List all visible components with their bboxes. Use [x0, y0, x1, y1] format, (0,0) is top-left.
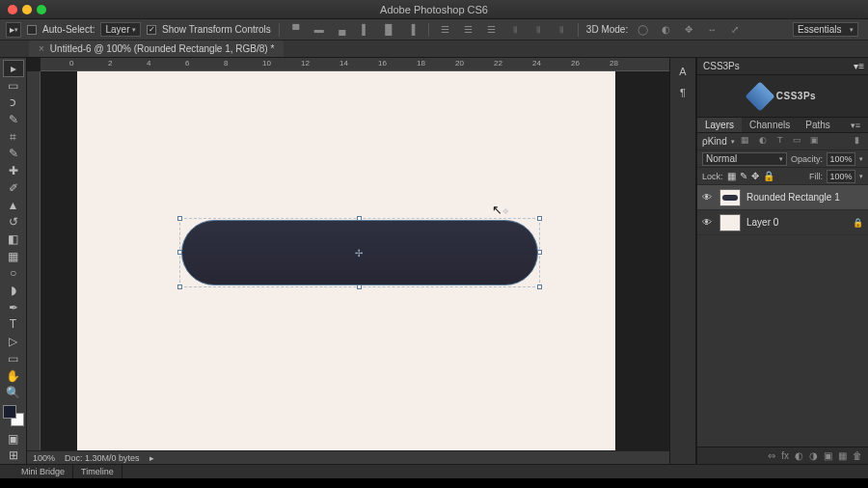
- filter-pixel-icon[interactable]: ▦: [739, 135, 752, 149]
- align-left-icon[interactable]: ▌: [357, 22, 374, 38]
- brush-tool[interactable]: ✐: [3, 179, 24, 197]
- document-tab[interactable]: × Untitled-6 @ 100% (Rounded Rectangle 1…: [29, 41, 284, 57]
- adjustment-icon[interactable]: ◑: [809, 450, 818, 461]
- filter-adjust-icon[interactable]: ◐: [756, 135, 770, 149]
- marquee-tool[interactable]: ▭: [3, 77, 24, 95]
- quick-select-tool[interactable]: ✎: [3, 111, 24, 128]
- group-icon[interactable]: ▣: [824, 450, 832, 461]
- pen-tool[interactable]: ✒: [3, 299, 24, 316]
- lock-transparency-icon[interactable]: ▦: [727, 171, 736, 181]
- transform-handle[interactable]: [177, 216, 182, 221]
- auto-select-dropdown[interactable]: Layer ▾: [100, 22, 141, 37]
- foreground-color-swatch[interactable]: [3, 405, 16, 419]
- mask-icon[interactable]: ◐: [795, 450, 803, 461]
- history-brush-tool[interactable]: ↺: [3, 213, 24, 230]
- hand-tool[interactable]: ✋: [3, 367, 24, 385]
- distribute-bottom-icon[interactable]: ☰: [483, 22, 501, 38]
- tab-paths[interactable]: Paths: [798, 118, 838, 132]
- lasso-tool[interactable]: ɔ: [3, 94, 24, 111]
- layer-thumbnail[interactable]: [719, 189, 741, 206]
- transform-handle[interactable]: [357, 216, 362, 221]
- panel-menu-icon[interactable]: ▾≡: [854, 61, 864, 71]
- mode-3d-roll-icon[interactable]: ◐: [657, 22, 674, 38]
- dodge-tool[interactable]: ◗: [3, 282, 24, 299]
- visibility-icon[interactable]: 👁: [702, 192, 714, 203]
- mode-3d-scale-icon[interactable]: ⤢: [726, 22, 744, 38]
- mode-3d-rotate-icon[interactable]: ◯: [634, 22, 651, 38]
- eyedropper-tool[interactable]: ✎: [3, 146, 24, 163]
- paragraph-panel-icon[interactable]: ¶: [674, 87, 692, 100]
- delete-layer-icon[interactable]: 🗑: [853, 450, 862, 461]
- tab-mini-bridge[interactable]: Mini Bridge: [14, 465, 73, 478]
- panel-menu-icon[interactable]: ▾≡: [851, 121, 860, 130]
- mode-3d-pan-icon[interactable]: ✥: [680, 22, 697, 38]
- tab-timeline[interactable]: Timeline: [73, 465, 122, 478]
- workspace-dropdown[interactable]: Essentials▾: [793, 22, 858, 37]
- filter-toggle-icon[interactable]: ▮: [850, 135, 863, 149]
- filter-type-icon[interactable]: T: [773, 135, 787, 149]
- transform-handle[interactable]: [177, 250, 182, 255]
- align-hcenter-icon[interactable]: █: [380, 22, 397, 38]
- layer-row[interactable]: 👁Layer 0🔒: [697, 210, 868, 235]
- type-tool[interactable]: T: [3, 316, 24, 334]
- transform-handle[interactable]: [537, 250, 542, 255]
- opacity-slider-icon[interactable]: ▾: [859, 155, 863, 163]
- distribute-hcenter-icon[interactable]: ⦀: [529, 22, 547, 38]
- lock-all-icon[interactable]: 🔒: [763, 171, 774, 181]
- opacity-value[interactable]: 100%: [827, 152, 855, 166]
- viewport[interactable]: ✢ ↖✥: [41, 71, 669, 450]
- distribute-vcenter-icon[interactable]: ☰: [460, 22, 477, 38]
- minimize-window-icon[interactable]: [22, 5, 32, 14]
- quick-mask-tool[interactable]: ▣: [3, 430, 24, 447]
- transform-center-icon[interactable]: ✢: [355, 248, 365, 258]
- close-tab-icon[interactable]: ×: [39, 43, 44, 54]
- filter-shape-icon[interactable]: ▭: [791, 135, 804, 149]
- canvas[interactable]: ✢ ↖✥: [77, 71, 615, 450]
- fill-slider-icon[interactable]: ▾: [859, 173, 863, 180]
- transform-handle[interactable]: [537, 285, 542, 289]
- close-window-icon[interactable]: [8, 5, 17, 14]
- eraser-tool[interactable]: ◧: [3, 230, 24, 248]
- auto-select-checkbox[interactable]: [27, 25, 37, 35]
- kind-dropdown-icon[interactable]: ▾: [731, 138, 735, 146]
- layer-row[interactable]: 👁Rounded Rectangle 1: [697, 185, 868, 210]
- distribute-left-icon[interactable]: ⦀: [506, 22, 524, 38]
- lock-pixels-icon[interactable]: ✎: [740, 171, 747, 181]
- link-layers-icon[interactable]: ⇔: [768, 450, 775, 461]
- css3ps-panel-tab[interactable]: CSS3Ps: [703, 61, 740, 71]
- distribute-right-icon[interactable]: ⦀: [553, 22, 570, 38]
- shape-tool[interactable]: ▭: [3, 350, 24, 367]
- path-select-tool[interactable]: ▷: [3, 333, 24, 350]
- align-top-icon[interactable]: ▀: [287, 22, 305, 38]
- screen-mode-tool[interactable]: ⊞: [3, 447, 24, 464]
- tab-channels[interactable]: Channels: [742, 118, 798, 132]
- transform-handle[interactable]: [537, 216, 542, 221]
- tab-layers[interactable]: Layers: [697, 118, 742, 132]
- lock-position-icon[interactable]: ✥: [751, 171, 759, 181]
- fill-value[interactable]: 100%: [827, 170, 855, 183]
- color-swatches[interactable]: [3, 405, 24, 426]
- blend-mode-dropdown[interactable]: Normal▾: [702, 152, 787, 166]
- move-tool-icon[interactable]: ▸▾: [6, 22, 21, 38]
- blur-tool[interactable]: ○: [3, 264, 24, 282]
- mode-3d-slide-icon[interactable]: ↔: [703, 22, 720, 38]
- healing-tool[interactable]: ✚: [3, 162, 24, 179]
- move-tool[interactable]: ▸: [3, 60, 24, 77]
- transform-handle[interactable]: [177, 285, 182, 289]
- zoom-level[interactable]: 100%: [33, 453, 55, 463]
- character-panel-icon[interactable]: A: [674, 66, 692, 79]
- gradient-tool[interactable]: ▦: [3, 248, 24, 265]
- filter-smart-icon[interactable]: ▣: [808, 135, 822, 149]
- new-layer-icon[interactable]: ▦: [838, 450, 847, 461]
- fx-icon[interactable]: fx: [781, 450, 789, 461]
- zoom-window-icon[interactable]: [37, 5, 46, 14]
- show-transform-checkbox[interactable]: ✓: [147, 25, 156, 35]
- css3ps-panel[interactable]: CSS3Ps: [697, 75, 868, 118]
- crop-tool[interactable]: ⌗: [3, 128, 24, 146]
- stamp-tool[interactable]: ▲: [3, 197, 24, 214]
- align-bottom-icon[interactable]: ▄: [334, 22, 351, 38]
- align-vcenter-icon[interactable]: ▬: [311, 22, 328, 38]
- distribute-top-icon[interactable]: ☰: [437, 22, 454, 38]
- zoom-tool[interactable]: 🔍: [3, 384, 24, 401]
- visibility-icon[interactable]: 👁: [702, 217, 714, 228]
